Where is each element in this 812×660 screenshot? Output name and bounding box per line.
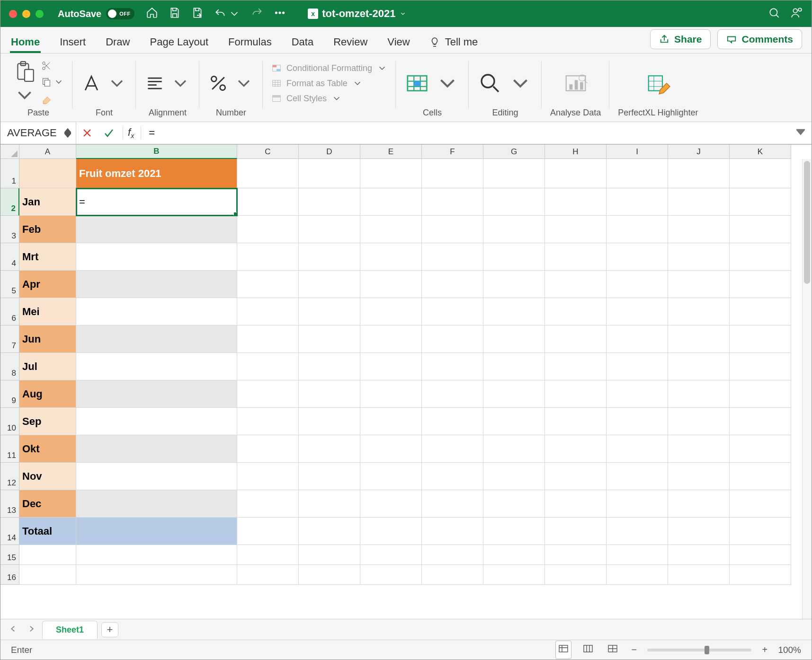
cell-B14[interactable] — [76, 518, 237, 545]
cancel-formula-button[interactable] — [76, 127, 98, 139]
tab-draw[interactable]: Draw — [105, 32, 131, 53]
cell-E3[interactable] — [360, 216, 422, 243]
column-header[interactable]: F — [422, 145, 483, 159]
cell-E13[interactable] — [360, 490, 422, 518]
paste-button[interactable] — [13, 60, 36, 107]
cell-G12[interactable] — [483, 463, 545, 490]
cell-D1[interactable] — [299, 159, 360, 188]
cell-K16[interactable] — [730, 565, 791, 585]
save-as-icon[interactable] — [191, 7, 204, 21]
zoom-out-button[interactable]: − — [629, 644, 639, 655]
row-header[interactable]: 1 — [0, 159, 19, 188]
cell-G6[interactable] — [483, 298, 545, 326]
cell-D3[interactable] — [299, 216, 360, 243]
cell-I9[interactable] — [607, 380, 668, 408]
cell-D14[interactable] — [299, 518, 360, 545]
cell-G9[interactable] — [483, 380, 545, 408]
cell-G2[interactable] — [483, 188, 545, 216]
cell-K2[interactable] — [730, 188, 791, 216]
cell-B7[interactable] — [76, 326, 237, 353]
cell-B16[interactable] — [76, 565, 237, 585]
column-header[interactable]: B — [76, 145, 237, 159]
row-header[interactable]: 15 — [0, 545, 19, 565]
cell-G11[interactable] — [483, 435, 545, 463]
name-box[interactable]: AVERAGE — [0, 122, 76, 144]
cell-H7[interactable] — [545, 326, 607, 353]
row-header[interactable]: 10 — [0, 408, 19, 435]
cell-A10[interactable]: Sep — [19, 408, 76, 435]
cell-E12[interactable] — [360, 463, 422, 490]
cell-K8[interactable] — [730, 353, 791, 380]
stepper-icon[interactable] — [64, 128, 71, 138]
format-as-table-button[interactable]: Format as Table — [271, 77, 387, 89]
cell-F14[interactable] — [422, 518, 483, 545]
close-icon[interactable] — [9, 10, 17, 18]
minimize-icon[interactable] — [22, 10, 30, 18]
cell-D12[interactable] — [299, 463, 360, 490]
cell-I1[interactable] — [607, 159, 668, 188]
cell-K11[interactable] — [730, 435, 791, 463]
cell-K9[interactable] — [730, 380, 791, 408]
row-header[interactable]: 7 — [0, 326, 19, 353]
cell-K13[interactable] — [730, 490, 791, 518]
cell-H13[interactable] — [545, 490, 607, 518]
cell-H11[interactable] — [545, 435, 607, 463]
cell-C4[interactable] — [237, 243, 299, 271]
tab-data[interactable]: Data — [291, 32, 314, 53]
view-page-layout-button[interactable] — [580, 641, 596, 659]
search-icon[interactable] — [768, 7, 780, 21]
view-normal-button[interactable] — [555, 641, 571, 659]
vertical-scrollbar[interactable] — [802, 159, 812, 619]
cell-H4[interactable] — [545, 243, 607, 271]
undo-icon[interactable] — [214, 8, 241, 20]
cell-G1[interactable] — [483, 159, 545, 188]
number-button[interactable] — [208, 58, 254, 108]
cell-G13[interactable] — [483, 490, 545, 518]
column-header[interactable]: A — [19, 145, 76, 159]
row-header[interactable]: 16 — [0, 565, 19, 585]
cell-E10[interactable] — [360, 408, 422, 435]
tab-review[interactable]: Review — [332, 32, 368, 53]
cell-J10[interactable] — [668, 408, 730, 435]
cell-B6[interactable] — [76, 298, 237, 326]
cell-H6[interactable] — [545, 298, 607, 326]
cell-H1[interactable] — [545, 159, 607, 188]
cell-F13[interactable] — [422, 490, 483, 518]
tab-view[interactable]: View — [386, 32, 410, 53]
toggle-icon[interactable]: OFF — [106, 8, 134, 19]
cell-A16[interactable] — [19, 565, 76, 585]
cell-F16[interactable] — [422, 565, 483, 585]
format-painter-button[interactable] — [41, 96, 64, 106]
cell-B13[interactable] — [76, 490, 237, 518]
cell-C9[interactable] — [237, 380, 299, 408]
cell-J12[interactable] — [668, 463, 730, 490]
column-header[interactable]: D — [299, 145, 360, 159]
cell-D5[interactable] — [299, 271, 360, 298]
cell-G3[interactable] — [483, 216, 545, 243]
cell-K1[interactable] — [730, 159, 791, 188]
cell-E14[interactable] — [360, 518, 422, 545]
row-header[interactable]: 4 — [0, 243, 19, 271]
cell-E1[interactable] — [360, 159, 422, 188]
cell-H16[interactable] — [545, 565, 607, 585]
row-header[interactable]: 5 — [0, 271, 19, 298]
cell-B1[interactable]: Fruit omzet 2021 — [76, 159, 237, 188]
cell-A5[interactable]: Apr — [19, 271, 76, 298]
document-title[interactable]: x tot-omzet-2021 — [308, 8, 406, 20]
cell-I13[interactable] — [607, 490, 668, 518]
cell-I5[interactable] — [607, 271, 668, 298]
cell-C14[interactable] — [237, 518, 299, 545]
cell-I3[interactable] — [607, 216, 668, 243]
cell-H3[interactable] — [545, 216, 607, 243]
expand-formula-bar-button[interactable] — [790, 128, 812, 138]
column-header[interactable]: H — [545, 145, 607, 159]
cell-F6[interactable] — [422, 298, 483, 326]
cell-F8[interactable] — [422, 353, 483, 380]
cell-C1[interactable] — [237, 159, 299, 188]
cell-B4[interactable] — [76, 243, 237, 271]
cell-C7[interactable] — [237, 326, 299, 353]
font-button[interactable] — [81, 58, 127, 108]
cell-C11[interactable] — [237, 435, 299, 463]
cell-F9[interactable] — [422, 380, 483, 408]
cell-K7[interactable] — [730, 326, 791, 353]
